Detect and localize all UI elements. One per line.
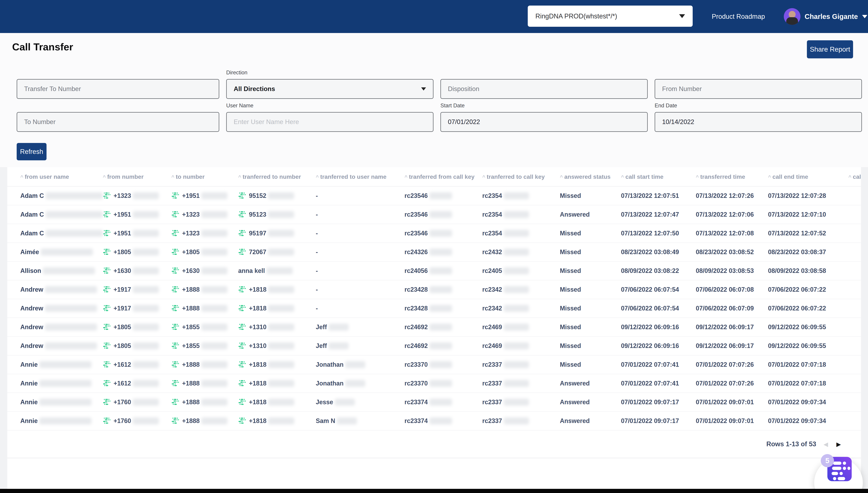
cell-transferred-to-number: 95123 bbox=[238, 211, 316, 218]
column-header[interactable]: ^call d bbox=[848, 173, 861, 180]
org-selector-value: RingDNA PROD(whstest*/*) bbox=[535, 13, 617, 20]
start-date-input[interactable] bbox=[440, 112, 648, 132]
table-row[interactable]: Andrew +1805 +1855 +1310 Jeff rc24692 rc… bbox=[7, 337, 861, 356]
redacted-text bbox=[268, 399, 294, 406]
cell-call-end-time: 08/23/2022 03:08:37 bbox=[768, 249, 848, 256]
table-row[interactable]: Andrew +1917 +1888 +1818 - rc23428 rc234… bbox=[7, 280, 861, 299]
share-report-button[interactable]: Share Report bbox=[807, 40, 853, 58]
table-row[interactable]: Annie +1612 +1888 +1818 Jonathan rc23370… bbox=[7, 374, 861, 393]
phone-number-icon bbox=[103, 380, 111, 387]
cell-answered-status: Answered bbox=[560, 380, 621, 387]
filters-section bbox=[0, 33, 868, 167]
cell-from-number: +1323 bbox=[103, 192, 172, 199]
column-header[interactable]: ^tranferred to number bbox=[238, 173, 316, 180]
org-selector-dropdown[interactable]: RingDNA PROD(whstest*/*) bbox=[528, 5, 693, 27]
phone-number-icon bbox=[172, 342, 179, 349]
cell-answered-status: Missed bbox=[560, 323, 621, 331]
disposition-input[interactable] bbox=[440, 79, 648, 99]
phone-number-icon bbox=[238, 361, 246, 368]
table-row[interactable]: Aimée +1805 +1805 72067 - rc24326 rc2432… bbox=[7, 243, 861, 262]
cell-transferred-to-number: 72067 bbox=[238, 249, 316, 256]
redacted-text bbox=[133, 399, 159, 406]
redacted-text bbox=[201, 342, 227, 349]
column-header[interactable]: ^to number bbox=[172, 173, 238, 180]
cell-transferred-from-call-key: rc23428 bbox=[405, 286, 482, 293]
cell-transferred-from-call-key: rc23546 bbox=[405, 211, 482, 218]
cell-transferred-time: 08/23/2022 03:08:52 bbox=[696, 249, 768, 256]
column-header[interactable]: ^call end time bbox=[768, 173, 848, 180]
cell-transferred-to-call-key: rc2337 bbox=[482, 417, 560, 425]
phone-number-icon bbox=[238, 399, 246, 406]
start-date-label: Start Date bbox=[440, 103, 465, 109]
table-row[interactable]: Allison +1630 +1630 anna kell - rc24056 … bbox=[7, 262, 861, 280]
from-number-input[interactable] bbox=[655, 79, 862, 99]
cell-call-end-time: 08/09/2022 03:08:58 bbox=[768, 267, 848, 275]
phone-number-icon bbox=[103, 286, 111, 293]
next-page-button[interactable]: ▶ bbox=[836, 441, 842, 448]
column-header[interactable]: ^from user name bbox=[20, 173, 103, 180]
cell-to-number: +1888 bbox=[172, 380, 238, 387]
cell-transferred-to-number: +1818 bbox=[238, 417, 316, 425]
rows-range-label: Rows 1-13 of 53 bbox=[766, 441, 816, 448]
phone-number-icon bbox=[103, 267, 111, 275]
cell-to-number: +1888 bbox=[172, 399, 238, 406]
to-number-input[interactable] bbox=[17, 112, 219, 132]
direction-value: All Directions bbox=[234, 85, 275, 92]
table-row[interactable]: Annie +1612 +1888 +1818 Jonathan rc23370… bbox=[7, 356, 861, 374]
direction-select[interactable]: All Directions bbox=[226, 79, 433, 99]
redacted-text bbox=[430, 380, 452, 387]
redacted-text bbox=[268, 286, 294, 293]
table-row[interactable]: Adam C +1323 +1951 95152 - rc23546 rc235… bbox=[7, 187, 861, 205]
cell-to-number: +1888 bbox=[172, 361, 238, 368]
cell-answered-status: Missed bbox=[560, 267, 621, 275]
cell-transferred-to-call-key: rc2469 bbox=[482, 342, 560, 349]
redacted-text bbox=[345, 361, 365, 368]
cell-from-number: +1917 bbox=[103, 305, 172, 312]
product-roadmap-link[interactable]: Product Roadmap bbox=[712, 0, 765, 33]
table-row[interactable]: Annie +1760 +1888 +1818 Sam N rc23374 rc… bbox=[7, 412, 861, 430]
chevron-down-icon bbox=[421, 87, 426, 90]
redacted-text bbox=[45, 342, 97, 349]
cell-transferred-from-call-key: rc23546 bbox=[405, 230, 482, 237]
cell-transferred-time: 07/01/2022 09:07:01 bbox=[696, 399, 768, 406]
transfer-to-number-input[interactable] bbox=[17, 79, 219, 99]
cell-call-start-time: 09/12/2022 06:09:16 bbox=[621, 342, 696, 349]
refresh-button[interactable]: Refresh bbox=[17, 143, 47, 160]
column-header[interactable]: ^answered status bbox=[560, 173, 621, 180]
cell-transferred-to-call-key: rc2354 bbox=[482, 230, 560, 237]
redacted-text bbox=[268, 305, 294, 312]
cell-transferred-to-user-name: - bbox=[316, 230, 405, 237]
column-header[interactable]: ^tranferred to call key bbox=[482, 173, 560, 180]
column-header[interactable]: ^call start time bbox=[621, 173, 696, 180]
cell-transferred-from-call-key: rc23546 bbox=[405, 192, 482, 199]
table-row[interactable]: Annie +1760 +1888 +1818 Jesse rc23374 rc… bbox=[7, 393, 861, 412]
column-header[interactable]: ^tranferred to user name bbox=[316, 173, 405, 180]
redacted-text bbox=[201, 249, 227, 256]
previous-page-button[interactable]: ◀ bbox=[823, 441, 829, 448]
redacted-text bbox=[133, 361, 159, 368]
table-row[interactable]: Adam C +1951 +1323 95123 - rc23546 rc235… bbox=[7, 205, 861, 224]
phone-number-icon bbox=[172, 399, 179, 406]
cell-transferred-to-number: +1818 bbox=[238, 399, 316, 406]
cell-call-start-time: 07/13/2022 12:07:47 bbox=[621, 211, 696, 218]
user-menu[interactable]: Charles Gigante bbox=[784, 0, 867, 33]
cell-transferred-to-call-key: rc2337 bbox=[482, 380, 560, 387]
table-row[interactable]: Andrew +1917 +1888 +1818 - rc23428 rc234… bbox=[7, 299, 861, 318]
cell-to-number: +1888 bbox=[172, 305, 238, 312]
cell-from-number: +1951 bbox=[103, 211, 172, 218]
column-header[interactable]: ^transferred time bbox=[696, 173, 768, 180]
redacted-text bbox=[201, 192, 227, 199]
cell-transferred-from-call-key: rc24326 bbox=[405, 249, 482, 256]
redacted-text bbox=[133, 417, 159, 424]
redacted-text bbox=[201, 399, 227, 406]
table-row[interactable]: Andrew +1805 +1855 +1310 Jeff rc24692 rc… bbox=[7, 318, 861, 337]
user-name-input[interactable] bbox=[226, 112, 433, 132]
cell-transferred-to-number: +1818 bbox=[238, 380, 316, 387]
phone-number-icon bbox=[172, 380, 179, 387]
cell-call-end-time: 07/01/2022 07:07:18 bbox=[768, 380, 848, 387]
column-header[interactable]: ^from number bbox=[103, 173, 172, 180]
cell-from-number: +1612 bbox=[103, 380, 172, 387]
end-date-input[interactable] bbox=[655, 112, 862, 132]
column-header[interactable]: ^tranferred from call key bbox=[405, 173, 482, 180]
table-row[interactable]: Adam C +1951 +1323 95197 - rc23546 rc235… bbox=[7, 224, 861, 243]
